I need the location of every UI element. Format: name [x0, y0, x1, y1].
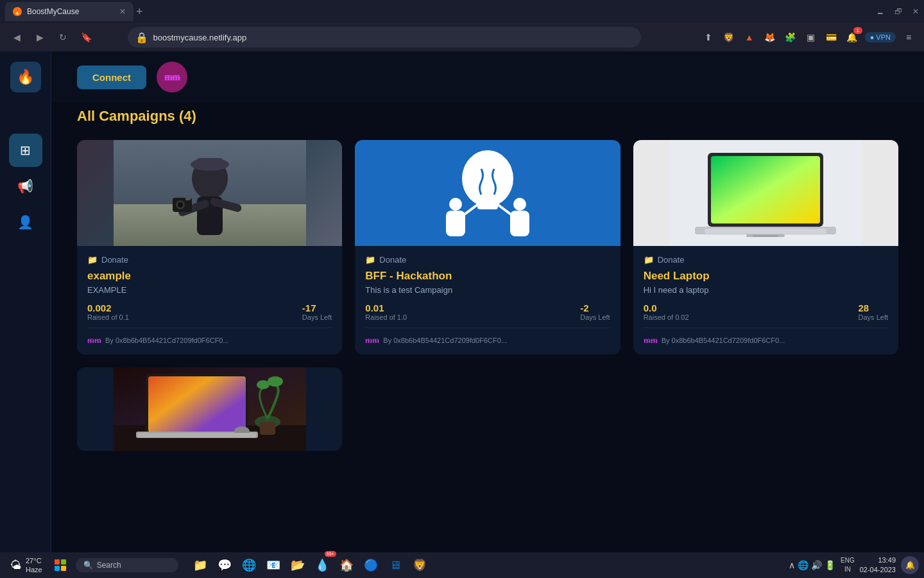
weather-widget[interactable]: 🌤 27°C Haze [5, 556, 47, 575]
connect-button[interactable]: Connect [77, 66, 146, 89]
extension-puzzle-icon[interactable]: 🧩 [783, 30, 798, 45]
minimize-icon[interactable]: 🗕 [877, 7, 884, 16]
dropbox-badge: 99+ [325, 551, 336, 557]
sidebar-logo[interactable]: 🔥 [10, 62, 41, 92]
taskbar-app-vscode[interactable]: 🖥 [384, 554, 407, 577]
new-tab-button[interactable]: + [136, 5, 143, 19]
menu-icon[interactable]: ≡ [901, 30, 916, 45]
category-label-2: Donate [379, 255, 406, 265]
browser-chrome: 🔥 BoostMyCause ✕ + 🗕 🗗 ✕ ◀ ▶ ↻ 🔖 🔒 boost… [0, 0, 924, 51]
lock-icon: 🔒 [135, 31, 148, 44]
tray-volume-icon[interactable]: 🔊 [811, 560, 822, 570]
thirdweb-button[interactable]: ᵯᵯ [157, 62, 187, 92]
close-icon[interactable]: ✕ [912, 7, 919, 16]
search-icon: 🔍 [83, 561, 93, 570]
megaphone-icon: 📢 [17, 179, 33, 194]
back-button[interactable]: ◀ [8, 28, 26, 46]
sidebar-toggle-icon[interactable]: ▣ [803, 30, 819, 45]
creator-icon-1: ᵯᵯ [87, 335, 101, 346]
refresh-button[interactable]: ↻ [54, 28, 72, 46]
windows-logo [55, 559, 66, 571]
sidebar-item-campaigns[interactable]: 📢 [9, 170, 42, 203]
sidebar-item-dashboard[interactable]: ⊞ [9, 134, 42, 167]
taskbar-app-chrome[interactable]: 🔵 [359, 554, 382, 577]
sidebar-item-profile[interactable]: 👤 [9, 206, 42, 239]
start-cell-2 [61, 559, 66, 565]
svg-rect-31 [260, 422, 275, 435]
svg-point-33 [257, 380, 270, 389]
card-image-3 [633, 140, 898, 246]
creator-address-2: By 0x8b6b4B54421Cd7209fd0F6CF0... [383, 337, 507, 344]
svg-rect-5 [197, 158, 223, 167]
start-button[interactable] [50, 555, 71, 575]
app-container: 🔥 ⊞ 📢 👤 Connect ᵯᵯ All Campaigns (4) [0, 51, 924, 552]
raised-stat-2: 0.01 Raised of 1.0 [365, 302, 407, 321]
notification-center-button[interactable]: 🔔 [901, 556, 919, 574]
svg-line-18 [465, 204, 478, 214]
card-creator-3: ᵯᵯ By 0x8b6b4B54421Cd7209fd0F6CF0... [644, 328, 888, 346]
taskbar-app-edge[interactable]: 🌐 [237, 554, 261, 577]
taskbar-search[interactable]: 🔍 Search [76, 558, 178, 572]
taskbar-left: 🌤 27°C Haze 🔍 Search 📁 💬 🌐 📧 📂 [5, 554, 436, 577]
folder-icon-1: 📁 [87, 255, 98, 265]
campaign-card-2[interactable]: 📁 Donate BFF - Hackathon This is a test … [355, 140, 620, 355]
brave-icon[interactable]: 🦁 [721, 30, 737, 45]
campaign-card-1[interactable]: 📁 Donate example EXAMPLE 0.002 Raised of… [77, 140, 342, 355]
taskbar-app-home[interactable]: 🏠 [335, 554, 358, 577]
taskbar-app-explorer[interactable]: 📁 [189, 554, 212, 577]
card-title-2: BFF - Hackathon [365, 270, 610, 283]
svg-rect-15 [446, 211, 465, 236]
card-stats-1: 0.002 Raised of 0.1 -17 Days Left [87, 302, 332, 321]
extension-metamask-icon[interactable]: 🦊 [762, 30, 778, 45]
forward-button[interactable]: ▶ [31, 28, 49, 46]
raised-value-3: 0.0 [644, 302, 689, 313]
svg-rect-11 [185, 197, 191, 200]
notification-count: 1 [853, 27, 862, 34]
header-bar: Connect ᵯᵯ [51, 51, 924, 103]
campaign-card-3[interactable]: 📁 Donate Need Laptop Hi I need a laptop … [633, 140, 898, 355]
bookmark-icon[interactable]: 🔖 [77, 28, 95, 46]
weather-icon: 🌤 [10, 559, 22, 572]
taskbar-app-files[interactable]: 📂 [286, 554, 309, 577]
taskbar-app-teams[interactable]: 💬 [213, 554, 236, 577]
weather-temp: 27°C [26, 556, 42, 565]
start-cell-3 [55, 566, 60, 571]
raised-label-3: Raised of 0.02 [644, 313, 689, 321]
weather-condition: Haze [26, 565, 42, 574]
brave-rewards-icon[interactable]: ▲ [742, 30, 757, 45]
keyboard-layout[interactable]: ENGIN [841, 556, 855, 574]
maximize-icon[interactable]: 🗗 [894, 7, 902, 16]
svg-rect-35 [148, 376, 246, 432]
creator-address-1: By 0x8b6b4B54421Cd7209fd0F6CF0... [105, 337, 229, 344]
notification-icon: 🔔 [905, 561, 915, 570]
svg-point-16 [513, 198, 526, 211]
vpn-badge[interactable]: ● VPN [865, 32, 896, 42]
taskbar-app-brave[interactable]: 🦁 [408, 554, 431, 577]
days-label-2: Days Left [580, 313, 610, 321]
browser-tab[interactable]: 🔥 BoostMyCause ✕ [5, 2, 133, 21]
days-stat-1: -17 Days Left [302, 302, 332, 321]
card-image-2 [355, 140, 620, 246]
wallet-icon[interactable]: 💳 [824, 30, 839, 45]
tray-battery-icon[interactable]: 🔋 [825, 560, 835, 570]
campaign-card-4[interactable] [77, 367, 342, 451]
taskbar-app-dropbox[interactable]: 💧 99+ [311, 554, 334, 577]
share-icon[interactable]: ⬆ [701, 30, 716, 45]
taskbar-clock[interactable]: 13:49 02-04-2023 [860, 556, 896, 575]
category-label-1: Donate [101, 255, 128, 265]
svg-point-14 [449, 198, 462, 211]
taskbar-app-email[interactable]: 📧 [262, 554, 285, 577]
notification-bell-icon[interactable]: 🔔 1 [844, 30, 860, 45]
start-cell-4 [61, 566, 66, 571]
dashboard-icon: ⊞ [20, 143, 31, 158]
tray-chevron-icon[interactable]: ∧ [789, 560, 795, 570]
card-stats-2: 0.01 Raised of 1.0 -2 Days Left [365, 302, 610, 321]
svg-rect-27 [753, 235, 778, 237]
tray-network-icon[interactable]: 🌐 [798, 560, 809, 570]
address-bar[interactable]: 🔒 boostmycause.netlify.app [128, 27, 641, 48]
browser-titlebar: 🔥 BoostMyCause ✕ + 🗕 🗗 ✕ [0, 0, 924, 23]
raised-label-1: Raised of 0.1 [87, 313, 129, 321]
clock-date: 02-04-2023 [860, 565, 896, 575]
tab-close-button[interactable]: ✕ [119, 7, 126, 16]
category-label-3: Donate [658, 255, 685, 265]
